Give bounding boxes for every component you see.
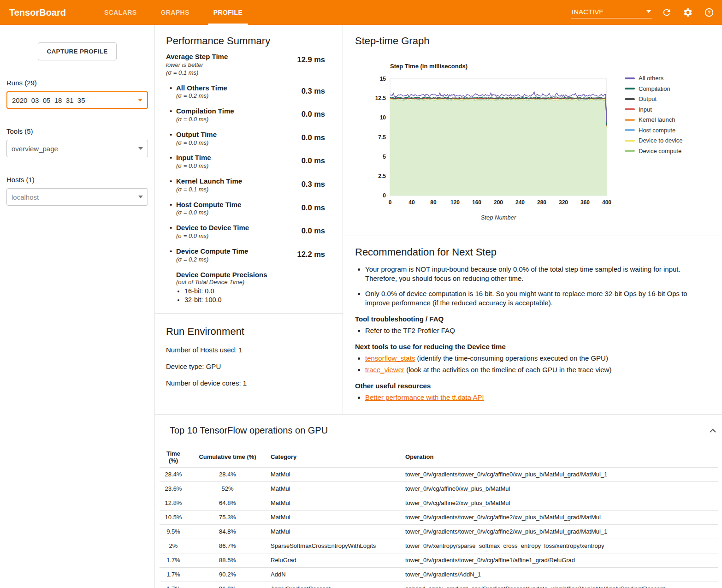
cell-category: MatMul <box>268 510 402 524</box>
run-env-item: Number of Hosts used: 1 <box>166 346 331 354</box>
recommendation-subitem: Refer to the TF2 Profiler FAQ <box>365 326 720 335</box>
legend-swatch <box>625 88 635 89</box>
legend-swatch <box>625 119 635 121</box>
cell-cumulative-time: 84.8% <box>187 524 268 539</box>
table-header-row: Time (%)Cumulative time (%)CategoryOpera… <box>160 447 718 468</box>
chevron-down-icon <box>138 99 142 101</box>
status-select[interactable]: INACTIVE <box>571 7 652 18</box>
perf-item-sigma: (σ = 0.2 ms) <box>176 256 248 264</box>
legend-swatch <box>625 108 635 110</box>
svg-text:40: 40 <box>408 199 415 206</box>
legend-item-kernel-launch: Kernel launch <box>625 116 682 123</box>
legend-swatch <box>625 140 635 142</box>
cell-operation: tower_0/v/gradients/tower_0/v/cg/affine2… <box>402 510 718 524</box>
cell-cumulative-time: 64.8% <box>187 496 268 510</box>
legend-swatch <box>625 129 635 131</box>
refresh-button[interactable] <box>660 6 673 19</box>
cell-time: 1.7% <box>160 582 187 588</box>
capture-profile-button[interactable]: CAPTURE PROFILE <box>38 42 116 60</box>
right-column: Step-time Graph Step Time (in millisecon… <box>343 25 722 414</box>
recommendation-sections: Tool troubleshooting / FAQRefer to the T… <box>355 315 720 402</box>
page-body: CAPTURE PROFILE Runs (29) 2020_03_05_18_… <box>0 25 722 588</box>
tab-graphs[interactable]: GRAPHS <box>148 0 201 25</box>
recommendation-subitem: trace_viewer (look at the activities on … <box>365 365 720 374</box>
cell-time: 1.7% <box>160 553 187 567</box>
tab-profile[interactable]: PROFILE <box>201 0 254 25</box>
sidebar: CAPTURE PROFILE Runs (29) 2020_03_05_18_… <box>0 25 154 588</box>
hosts-select[interactable]: localhost <box>6 188 148 206</box>
runs-select-value: 2020_03_05_18_31_35 <box>12 96 85 104</box>
link-better-performance-with-the-tf-data-api[interactable]: Better performance with the tf.data API <box>365 393 484 401</box>
recommendation-bullets: Your program is NOT input-bound because … <box>355 265 710 308</box>
recommendation-subitem: Better performance with the tf.data API <box>365 392 720 402</box>
step-time-graph-title: Step-time Graph <box>355 35 720 47</box>
cell-operation: tower_0/v/gradients/tower_0/v/cg/affine0… <box>402 467 718 481</box>
perf-item-label: All Others Time <box>176 84 227 93</box>
svg-text:360: 360 <box>580 199 590 206</box>
cell-operation: tower_0/v/gradients/AddN_1 <box>402 567 718 582</box>
legend-item-host-compute: Host compute <box>625 127 682 134</box>
runs-label: Runs (29) <box>6 79 154 87</box>
step-time-chart: Step Time (in milliseconds) 02.557.51012… <box>367 63 618 224</box>
cell-time: 10.5% <box>160 510 187 524</box>
recommendation-sublist: Refer to the TF2 Profiler FAQ <box>355 326 720 335</box>
perf-item-compilation-time: Compilation Time(σ = 0.0 ms)0.0 ms <box>166 107 331 124</box>
avg-step-time-sigma: (σ = 0.1 ms) <box>166 69 228 77</box>
performance-summary-title: Performance Summary <box>166 35 331 47</box>
link-tensorflow-stats[interactable]: tensorflow_stats <box>365 354 415 362</box>
link-trace-viewer[interactable]: trace_viewer <box>365 366 404 374</box>
settings-button[interactable] <box>681 6 694 19</box>
svg-text:2.5: 2.5 <box>378 173 386 179</box>
status-select-value: INACTIVE <box>572 8 604 16</box>
legend-swatch <box>625 150 635 152</box>
runs-select[interactable]: 2020_03_05_18_31_35 <box>6 91 148 109</box>
table-row: 2%86.7%SparseSoftmaxCrossEntropyWithLogi… <box>160 539 718 553</box>
cell-operation: tower_0/v/gradients/tower_0/v/cg/affine1… <box>402 553 718 567</box>
perf-item-value: 0.0 ms <box>302 203 331 217</box>
recommendation-subheading: Other useful resources <box>355 382 720 390</box>
step-time-chart-svg: 02.557.51012.515040801201602002402803203… <box>367 73 618 222</box>
step-time-graph-section: Step-time Graph Step Time (in millisecon… <box>343 25 722 236</box>
perf-item-device-to-device-time: Device to Device Time(σ = 0.0 ms)0.0 ms <box>166 224 331 240</box>
perf-item-host-compute-time: Host Compute Time(σ = 0.0 ms)0.0 ms <box>166 201 331 217</box>
chart-title: Step Time (in milliseconds) <box>390 63 618 70</box>
cell-time: 2% <box>160 539 187 553</box>
help-button[interactable]: ? <box>703 6 716 19</box>
main-content: Performance Summary Average Step Time lo… <box>154 25 722 588</box>
cell-cumulative-time: 75.3% <box>187 510 268 524</box>
perf-item-value: 0.0 ms <box>302 133 331 147</box>
cell-operation: tower_0/v/cg/affine2/xw_plus_b/MatMul <box>402 496 718 510</box>
legend-label: Device compute <box>639 148 681 154</box>
avg-step-time-note: lower is better <box>166 61 228 69</box>
svg-text:400: 400 <box>602 199 611 206</box>
legend-item-compilation: Compilation <box>625 85 682 92</box>
top-ops-table: Time (%)Cumulative time (%)CategoryOpera… <box>160 447 718 588</box>
tools-select[interactable]: overview_page <box>6 140 148 157</box>
topbar-right: INACTIVE ? <box>571 6 716 19</box>
legend-swatch <box>625 77 635 79</box>
col-header-cumulative-time: Cumulative time (%) <box>187 447 268 468</box>
perf-item-value: 0.3 ms <box>302 87 331 101</box>
left-column: Performance Summary Average Step Time lo… <box>155 25 343 414</box>
recommendation-sublist: Better performance with the tf.data API <box>355 392 720 402</box>
top-ops-section: Top 10 TensorFlow operations on GPU Time… <box>155 414 722 588</box>
legend-item-device-to-device: Device to device <box>625 137 682 144</box>
legend-item-all-others: All others <box>625 75 682 82</box>
topbar-tabs: SCALARSGRAPHSPROFILE <box>92 0 254 25</box>
perf-item-sigma: (σ = 0.0 ms) <box>176 162 211 170</box>
legend-item-input: Input <box>625 106 682 113</box>
collapse-chevron-icon[interactable] <box>707 425 718 437</box>
perf-item-value: 12.2 ms <box>297 250 331 264</box>
svg-text:0: 0 <box>389 199 392 206</box>
run-env-item: Number of device cores: 1 <box>166 379 331 387</box>
svg-text:?: ? <box>708 10 711 15</box>
run-env-item: Device type: GPU <box>166 362 331 370</box>
precisions-note: (out of Total Device Time) <box>176 279 331 285</box>
tab-scalars[interactable]: SCALARS <box>92 0 148 25</box>
svg-text:Step Number: Step Number <box>481 214 516 221</box>
legend-label: Kernel launch <box>639 116 675 123</box>
table-row: 1.7%91.9%ApplyGradientDescentappend_appl… <box>160 582 718 588</box>
cell-cumulative-time: 90.2% <box>187 567 268 582</box>
avg-step-time-item: Average Step Time lower is better (σ = 0… <box>166 53 331 77</box>
perf-item-sigma: (σ = 0.2 ms) <box>176 92 227 100</box>
